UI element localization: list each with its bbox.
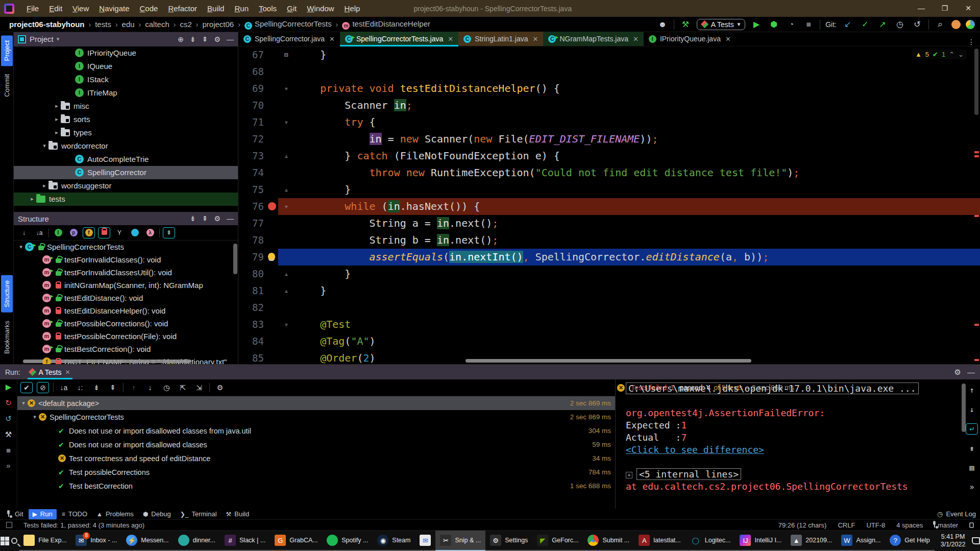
project-tree-item[interactable]: CSpellingCorrector	[14, 166, 238, 179]
project-tree-item[interactable]: IIQueue	[14, 60, 238, 73]
fold-marker-icon[interactable]: ▵	[284, 266, 288, 282]
test-result-row[interactable]: ▾✕<default package>2 sec 869 ms	[17, 396, 615, 410]
structure-tree-item[interactable]: ▾C▸SpellingCorrectorTests	[14, 241, 238, 253]
code-line[interactable]: 68	[238, 63, 980, 80]
status-message[interactable]: Tests failed: 1, passed: 4 (3 minutes ag…	[23, 521, 144, 529]
fold-marker-icon[interactable]: ▵	[284, 148, 288, 164]
test-result-row[interactable]: ✔Test possibleCorrections784 ms	[17, 465, 615, 479]
code-line[interactable]: 75▵ }	[238, 181, 980, 198]
taskbar-app-messen-[interactable]: ⚡Messen...	[121, 531, 173, 551]
avatar[interactable]	[951, 20, 961, 29]
project-tree-item[interactable]: ▸wordsuggestor	[14, 179, 238, 193]
taskbar-search-button[interactable]	[10, 531, 19, 551]
scroll-to-end-icon[interactable]: ⇟	[966, 443, 978, 454]
window-list-icon[interactable]	[6, 522, 12, 528]
gear-icon[interactable]: ⚙	[214, 214, 220, 223]
vertical-scrollbar[interactable]	[233, 244, 237, 274]
show-passed-toggle[interactable]: ✔	[20, 382, 33, 393]
expand-all-icon[interactable]: ⇟	[190, 214, 196, 223]
code-line[interactable]: 78 String b = in.next();	[238, 232, 980, 249]
toolwindow-button-build[interactable]: ⚒Build	[222, 509, 254, 519]
rerun-failed-tests-button[interactable]: ↻	[5, 398, 12, 408]
taskbar-app-latestlat-[interactable]: Alatestlat...	[634, 531, 685, 551]
structure-tree-item[interactable]: m▸testForInvalidClassesUtil(): void	[14, 266, 238, 279]
show-properties-icon[interactable]: p	[67, 227, 80, 238]
stripe-button-project[interactable]: Project	[1, 35, 13, 66]
show-lambdas-icon[interactable]: λ	[144, 227, 156, 238]
stripe-button-commit[interactable]: Commit	[1, 69, 13, 102]
git-update-button[interactable]: ↙	[842, 19, 854, 29]
project-tree-item[interactable]: ▸types	[14, 126, 238, 139]
taskbar-app-slack-[interactable]: #Slack | ...	[220, 531, 270, 551]
code-line[interactable]: 77 String a = in.next();	[238, 215, 980, 232]
taskbar-app-inbox-[interactable]: ✉8Inbox - ...	[71, 531, 121, 551]
breadcrumb-item[interactable]: tests	[94, 20, 112, 29]
menu-file[interactable]: File	[21, 0, 44, 17]
anonymous-classes-icon[interactable]	[129, 227, 141, 238]
breadcrumb-item[interactable]: project06	[201, 20, 235, 29]
close-icon[interactable]: ✕	[65, 369, 70, 376]
taskbar-app-logitec-[interactable]: ◯Logitec...	[685, 531, 736, 551]
run-configuration-selector[interactable]: A Tests ▾	[697, 19, 745, 30]
expand-all-icon[interactable]: ⇟	[90, 382, 103, 393]
close-icon[interactable]: ✕	[633, 35, 639, 43]
test-result-row[interactable]: ✔Test bestCorrection1 sec 688 ms	[17, 479, 615, 493]
code-line[interactable]: 79 assertEquals(in.nextInt(), SpellingCo…	[238, 249, 980, 266]
run-tab[interactable]: A Tests ✕	[28, 365, 72, 379]
chevron-down-icon[interactable]: ▾	[40, 142, 48, 149]
code-line[interactable]: 74 throw new RuntimeException("Could not…	[238, 164, 980, 181]
action-center-button[interactable]	[971, 531, 980, 551]
menu-code[interactable]: Code	[135, 0, 163, 17]
project-tree-item[interactable]: IIStack	[14, 73, 238, 86]
taskbar-app-intellij-i-[interactable]: IJIntelliJ I...	[735, 531, 786, 551]
show-non-public-icon[interactable]	[98, 227, 110, 238]
rerun-tests-button[interactable]: ▶	[6, 382, 12, 392]
lock-icon[interactable]	[969, 522, 974, 528]
taskbar-app-mail2[interactable]: ✉	[415, 531, 435, 551]
start-button[interactable]	[0, 531, 10, 551]
soft-wrap-icon[interactable]: ↩	[966, 423, 978, 435]
run-button[interactable]: ▶	[750, 19, 763, 29]
toolwindow-button-problems[interactable]: ▲Problems	[92, 509, 138, 519]
collapse-all-icon[interactable]: ⇞	[107, 382, 119, 393]
code-line[interactable]: 73▵ } catch (FileNotFoundException e) {	[238, 148, 980, 164]
test-history-icon[interactable]: ◷	[160, 382, 173, 393]
toolwindow-button-git[interactable]: Git	[4, 509, 28, 519]
taskbar-app-get-help[interactable]: ?Get Help	[885, 531, 934, 551]
stripe-button-bookmarks[interactable]: Bookmarks	[1, 316, 13, 359]
chevron-down-icon[interactable]: ▾	[17, 244, 25, 250]
fold-marker-icon[interactable]: ⊟	[284, 46, 288, 63]
fold-marker-icon[interactable]: ▿	[284, 198, 288, 215]
indent-style[interactable]: 4 spaces	[896, 521, 923, 529]
taskbar-app-202109-[interactable]: ▲202109...	[786, 531, 837, 551]
menu-refactor[interactable]: Refactor	[163, 0, 202, 17]
history-button[interactable]: ◷	[894, 19, 906, 29]
tab-stringlatin1-java[interactable]: CStringLatin1.java✕	[458, 32, 543, 46]
close-icon[interactable]: ✕	[532, 35, 538, 43]
taskbar-app-submit-[interactable]: ●Submit ...	[583, 531, 634, 551]
menu-run[interactable]: Run	[229, 0, 254, 17]
structure-tree-item[interactable]: mtestPossibleCorrection(File): void	[14, 330, 238, 343]
diff-link[interactable]: <Click to see difference>	[626, 444, 764, 455]
menu-window[interactable]: Window	[302, 0, 339, 17]
maximize-button[interactable]: ❐	[933, 0, 957, 17]
breadcrumb-item[interactable]: project06-stabyhoun	[8, 20, 86, 29]
fold-marker-icon[interactable]: ▿	[284, 316, 288, 333]
toggle-auto-test-button[interactable]: ↺	[5, 414, 12, 423]
close-button[interactable]: ✕	[957, 0, 980, 17]
taskbar-app-settings[interactable]: ⚙Settings	[485, 531, 532, 551]
project-tree-item[interactable]: ▸sorts	[14, 113, 238, 126]
fold-marker-icon[interactable]: ▿	[284, 80, 288, 97]
stop-button[interactable]: ■	[802, 20, 815, 29]
code-line[interactable]: 72 in = new Scanner(new File(EDIT_DIST_F…	[238, 131, 980, 148]
menu-view[interactable]: View	[67, 0, 94, 17]
chevron-right-icon[interactable]: ▸	[40, 182, 48, 189]
code-line[interactable]: 83▿ @Test	[238, 316, 980, 333]
taskbar-app-dinner-[interactable]: dinner...	[174, 531, 220, 551]
taskbar-app-grabca-[interactable]: GGrabCA...	[270, 531, 322, 551]
code-line[interactable]: 84 @Tag("A")	[238, 333, 980, 350]
build-hammer-icon[interactable]: ⚒	[679, 19, 692, 29]
structure-tree-item[interactable]: m▸testForInvalidClasses(): void	[14, 253, 238, 266]
menu-git[interactable]: Git	[282, 0, 302, 17]
code-line[interactable]: 67⊟ }	[238, 46, 980, 63]
